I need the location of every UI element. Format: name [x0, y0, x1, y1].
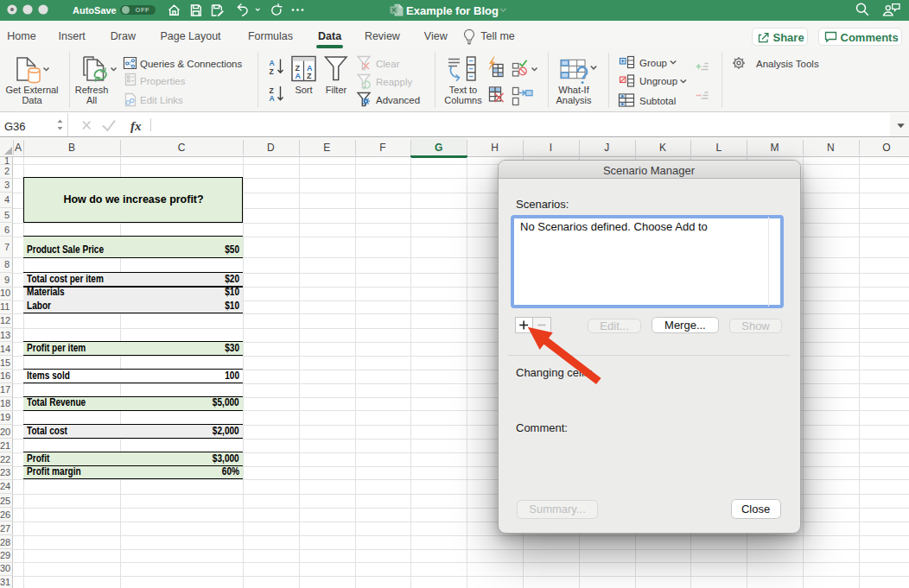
svg-text:Z: Z — [270, 67, 274, 76]
svg-text:Z: Z — [307, 72, 312, 80]
svg-text:Z: Z — [296, 64, 301, 73]
svg-text:A: A — [296, 72, 302, 80]
svg-text:A: A — [270, 59, 275, 67]
svg-text:Z: Z — [270, 86, 274, 95]
svg-text:A: A — [270, 94, 275, 103]
svg-text:fx: fx — [130, 119, 142, 133]
svg-text:A: A — [307, 64, 313, 73]
